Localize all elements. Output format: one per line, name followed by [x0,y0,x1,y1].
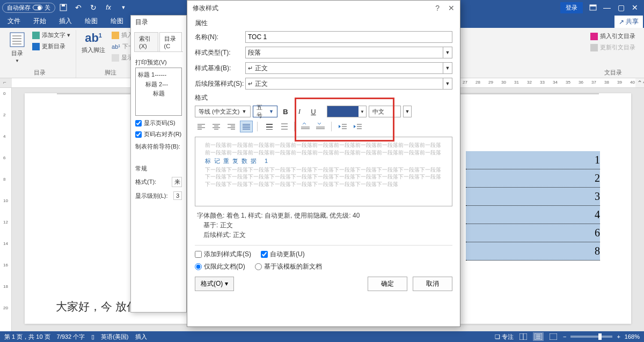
tab-file[interactable]: 文件 [1,14,27,28]
autosave-toggle[interactable]: 自动保存 关 [2,3,55,13]
ruler-vertical[interactable]: 02468101214161820 [0,88,12,331]
toc-tab-toc[interactable]: 目录(C [159,32,182,51]
toc-entry[interactable]: 6 [466,224,600,242]
ribbon-group-toc: 目录 ▼ 添加文字 ▾ 更新目录 目录 [3,30,76,78]
zoom-slider[interactable] [570,336,612,338]
font-color-select[interactable]: ▼ [327,106,367,117]
help-icon[interactable]: ? [435,4,440,12]
view-print-icon[interactable] [533,332,544,341]
show-page-numbers-checkbox[interactable]: 显示页码(S) [135,119,182,127]
spacing-before-inc-button[interactable] [299,121,312,132]
decrease-indent-button[interactable] [336,121,349,132]
based-on-select[interactable]: ↵正文▼ [245,62,452,74]
close-icon[interactable]: ✕ [628,1,642,14]
line-spacing-1-button[interactable] [262,121,275,132]
dialog-titlebar[interactable]: 修改样式 ? ✕ [187,1,460,16]
format-value[interactable]: 来 [172,177,182,187]
undo-icon[interactable]: ↶ [71,1,85,14]
align-right-button[interactable] [225,121,238,132]
toc-entry[interactable]: 4 [466,206,600,224]
general-label: 常规 [135,165,182,173]
save-icon[interactable] [56,1,70,14]
align-left-button[interactable] [195,121,208,132]
style-description: 字体颜色: 着色 1, 样式: 自动更新, 使用前隐藏, 优先级: 40 基于:… [195,206,452,243]
next-style-select[interactable]: ↵正文▼ [245,78,452,90]
align-center-button[interactable] [210,121,223,132]
fx-icon[interactable]: fx [101,1,115,14]
focus-mode-button[interactable]: ❏ 专注 [495,333,514,341]
toc-entry[interactable]: 2 [466,169,600,188]
align-justify-button[interactable] [240,121,253,132]
toc-entry[interactable]: 3 [466,188,600,206]
status-language[interactable]: 英语(美国) [101,333,128,341]
insert-citation-toc-button[interactable]: 插入引文目录 [588,31,638,41]
zoom-level[interactable]: 168% [625,333,640,340]
update-citation-toc-button[interactable]: 更新引文目录 [588,42,638,53]
font-size-select[interactable]: 五号▼ [253,106,277,117]
chevron-down-icon[interactable]: ▼ [443,78,452,90]
ok-button[interactable]: 确定 [368,277,407,291]
properties-section-label: 属性 [195,19,452,28]
format-menu-button[interactable]: 格式(O) ▾ [195,277,234,291]
add-to-gallery-checkbox[interactable]: 添加到样式库(S) [195,250,251,259]
line-spacing-15-button[interactable] [277,121,290,132]
spacing-before-dec-button[interactable] [314,121,327,132]
view-read-icon[interactable] [518,332,529,341]
toc-tab-index[interactable]: 索引(X) [134,32,158,51]
zoom-thumb[interactable] [598,333,602,340]
bold-button[interactable]: B [280,106,291,117]
chevron-down-icon[interactable]: ▼ [443,47,452,58]
view-web-icon[interactable] [548,332,559,341]
alignment-toolbar [195,121,452,132]
name-input[interactable] [245,31,452,43]
add-text-button[interactable]: 添加文字 ▾ [30,30,72,40]
tab-draw[interactable]: 绘图 [78,14,104,28]
style-preview: 前一段落前一段落前一段落前一段落前一段落前一段落前一段落前一段落前一段落前一段落… [195,137,452,206]
font-name-select[interactable]: 等线 (中文正文)▼ [195,106,251,117]
type-label: 样式类型(T): [195,48,245,57]
maximize-icon[interactable]: ▢ [614,1,628,14]
increase-indent-button[interactable] [351,121,364,132]
group-label-toc: 目录 [34,68,46,78]
dialog-close-icon[interactable]: ✕ [448,4,455,12]
auto-update-checkbox[interactable]: 自动更新(U) [261,250,305,259]
tab-draw2[interactable]: 绘图 [104,14,130,28]
chevron-down-icon[interactable]: ▼ [358,106,366,117]
type-select[interactable]: 段落▼ [245,47,452,58]
this-document-radio[interactable]: 仅限此文档(D) [195,262,245,271]
language-drop[interactable]: ▼ [403,106,412,117]
toc-button[interactable]: 目录 ▼ [6,30,28,64]
chevron-down-icon[interactable]: ▼ [443,62,452,74]
italic-button[interactable]: I [294,106,305,117]
status-spell-icon[interactable]: ▯ [91,333,94,340]
paragraph-icon: ↵ [248,80,253,87]
tab-home[interactable]: 开始 [27,14,53,28]
levels-value[interactable]: 3 [173,191,182,200]
svg-rect-15 [550,333,557,340]
status-insert-mode[interactable]: 插入 [135,333,147,341]
update-toc-button[interactable]: 更新目录 [30,41,72,51]
toc-entry[interactable]: 8 [466,242,600,261]
tab-insert[interactable]: 插入 [53,14,78,28]
share-button[interactable]: ↗共享 [614,16,643,28]
template-based-radio[interactable]: 基于该模板的新文档 [255,262,322,271]
status-page[interactable]: 第 1 页，共 10 页 [4,333,50,341]
language-select[interactable]: 中文 [369,106,401,117]
qat-more-icon[interactable]: ▼ [116,1,130,14]
underline-button[interactable]: U [308,106,319,117]
cancel-button[interactable]: 取消 [413,277,452,291]
endnote-icon [112,32,119,39]
status-bar: 第 1 页，共 10 页 7/932 个字 ▯ 英语(美国) 插入 ❏ 专注 −… [0,331,644,342]
zoom-out-icon[interactable]: − [563,333,566,340]
status-wordcount[interactable]: 7/932 个字 [57,333,85,341]
minimize-icon[interactable]: — [600,1,614,14]
ribbon-display-icon[interactable] [586,1,600,14]
right-align-checkbox[interactable]: 页码右对齐(R) [135,130,182,138]
login-button[interactable]: 登录 [560,2,583,13]
doc-toc-entries: 1 2 3 4 6 8 [466,151,600,261]
ribbon-group-citations-cut: 插入引文目录 更新引文目录 文目录 [585,30,641,78]
redo-icon[interactable]: ↻ [86,1,100,14]
insert-footnote-button[interactable]: ab1 插入脚注 [79,30,107,55]
zoom-in-icon[interactable]: + [617,333,620,340]
toc-entry[interactable]: 1 [466,151,600,169]
